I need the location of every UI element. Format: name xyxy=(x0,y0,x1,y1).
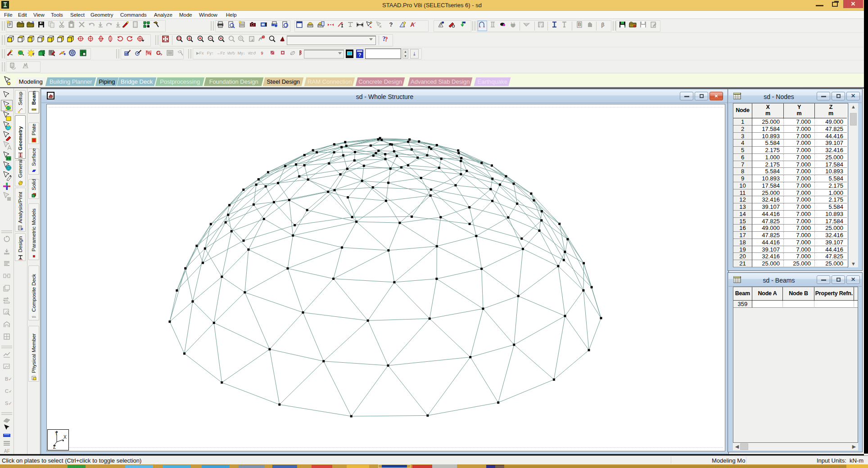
svg-text:B✓: B✓ xyxy=(5,376,11,382)
svg-text:Mz↺: Mz↺ xyxy=(248,51,256,55)
svg-text:My↓: My↓ xyxy=(238,51,245,55)
svg-text:→Fz: →Fz xyxy=(217,51,225,55)
svg-text:Mx↻: Mx↻ xyxy=(227,51,235,55)
svg-text:B: B xyxy=(578,22,581,27)
svg-text:Fy↑: Fy↑ xyxy=(207,51,214,55)
svg-text:▶Fx: ▶Fx xyxy=(196,51,204,55)
svg-text:AF: AF xyxy=(4,449,10,454)
svg-text:?: ? xyxy=(385,36,388,43)
svg-text:G: G xyxy=(156,50,161,56)
svg-text:9: 9 xyxy=(261,51,263,55)
svg-text:C✓: C✓ xyxy=(5,388,11,394)
svg-text:X: X xyxy=(63,435,67,440)
svg-text:S✓: S✓ xyxy=(5,400,11,406)
svg-text:β: β xyxy=(601,22,604,28)
svg-text:?: ? xyxy=(389,21,393,28)
